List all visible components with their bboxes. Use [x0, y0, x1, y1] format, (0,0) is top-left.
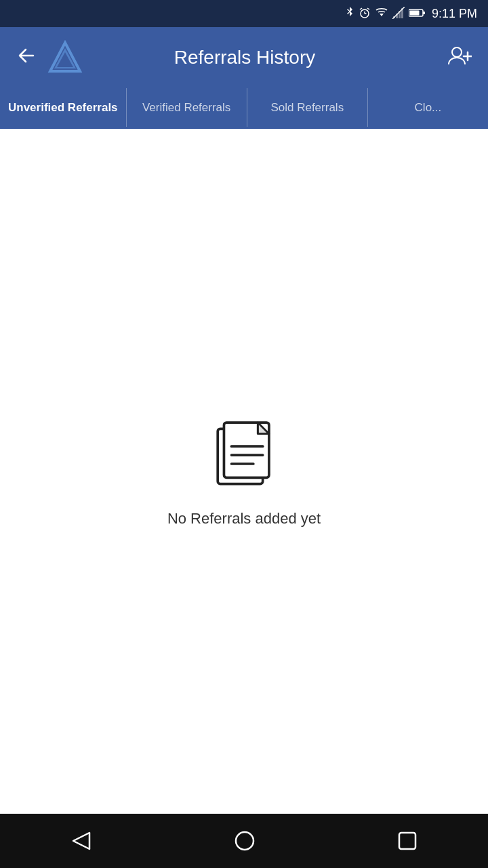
- tab-verified-referrals[interactable]: Verified Referrals: [127, 88, 247, 127]
- svg-rect-10: [409, 10, 419, 15]
- recents-nav-button[interactable]: [389, 823, 426, 859]
- tab-unverified-referrals[interactable]: Unverified Referrals: [0, 88, 127, 129]
- svg-marker-24: [73, 833, 89, 849]
- svg-point-14: [452, 47, 462, 57]
- empty-state: No Referrals added yet: [167, 415, 321, 528]
- empty-state-message: No Referrals added yet: [167, 510, 321, 528]
- app-bar: Referrals History: [0, 27, 488, 88]
- status-bar: 9:11 PM: [0, 0, 488, 27]
- tab-closed-referrals[interactable]: Clo...: [368, 88, 488, 127]
- alarm-icon: [359, 7, 371, 21]
- svg-rect-26: [399, 833, 415, 849]
- empty-documents-icon: [203, 415, 285, 496]
- svg-rect-9: [423, 12, 425, 14]
- add-person-button[interactable]: [442, 40, 477, 76]
- back-button[interactable]: [11, 41, 42, 75]
- tab-bar: Unverified Referrals Verified Referrals …: [0, 88, 488, 129]
- signal-off-icon: [392, 7, 405, 21]
- page-title: Referrals History: [83, 47, 407, 68]
- status-time: 9:11 PM: [432, 7, 477, 21]
- home-nav-button[interactable]: [226, 822, 264, 860]
- bluetooth-icon: [345, 7, 354, 21]
- battery-icon: [409, 8, 425, 20]
- wifi-icon: [375, 7, 388, 21]
- svg-point-25: [236, 832, 253, 850]
- app-logo: [47, 40, 83, 75]
- status-icons: 9:11 PM: [345, 7, 477, 21]
- bottom-nav-bar: [0, 814, 488, 868]
- main-content: No Referrals added yet: [0, 129, 488, 814]
- tab-sold-referrals[interactable]: Sold Referrals: [247, 88, 368, 127]
- back-nav-button[interactable]: [62, 822, 100, 860]
